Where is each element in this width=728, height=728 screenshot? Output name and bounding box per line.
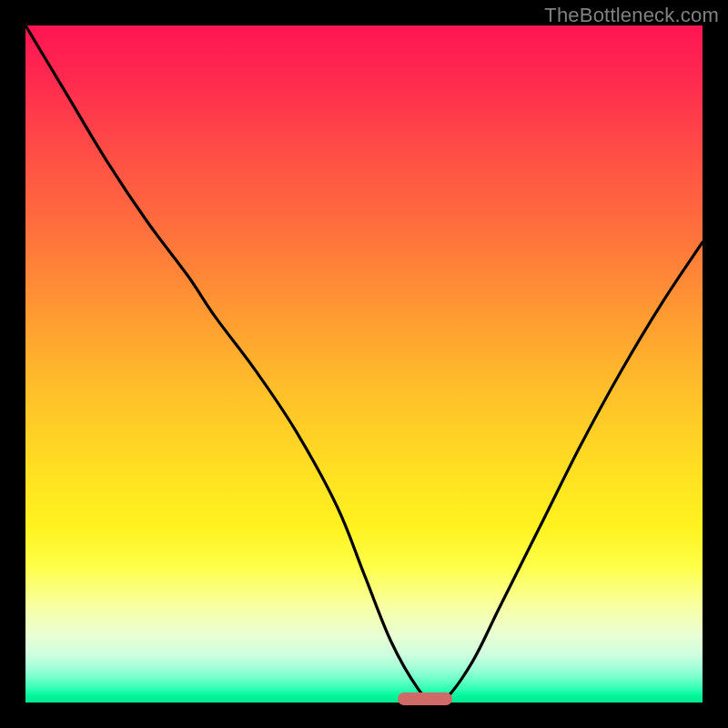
bottleneck-marker bbox=[398, 693, 452, 705]
bottleneck-curve bbox=[25, 25, 703, 703]
chart-frame: TheBottleneck.com bbox=[0, 0, 728, 728]
curve-path bbox=[25, 25, 703, 703]
plot-area bbox=[25, 25, 703, 703]
watermark-text: TheBottleneck.com bbox=[544, 4, 719, 27]
